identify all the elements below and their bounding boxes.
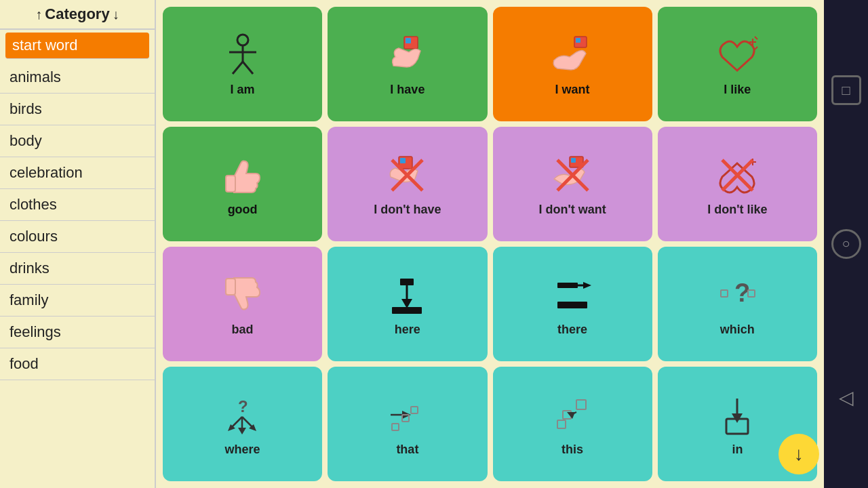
cell-here[interactable]: here bbox=[328, 247, 487, 361]
sidebar-item-animals[interactable]: animals bbox=[0, 62, 155, 94]
sidebar-item-food[interactable]: food bbox=[0, 348, 155, 380]
i-dont-like-icon bbox=[715, 151, 760, 199]
cell-i-like[interactable]: I like bbox=[658, 7, 817, 121]
i-want-icon bbox=[551, 31, 595, 79]
device-controls: □ ○ ◁ bbox=[824, 0, 868, 488]
cell-which[interactable]: ? which bbox=[658, 247, 817, 361]
sidebar-title: Category bbox=[45, 5, 109, 23]
sidebar-item-label: start word bbox=[12, 37, 78, 54]
svg-text:?: ? bbox=[238, 397, 248, 415]
svg-rect-47 bbox=[411, 407, 418, 413]
download-button[interactable]: ↓ bbox=[778, 434, 819, 474]
sidebar-item-colours[interactable]: colours bbox=[0, 221, 155, 253]
svg-rect-54 bbox=[557, 420, 566, 428]
svg-rect-8 bbox=[576, 38, 580, 43]
cell-which-label: which bbox=[720, 323, 755, 337]
grid-row-2: good I don't have bbox=[163, 127, 817, 241]
i-have-icon bbox=[385, 31, 429, 79]
svg-line-4 bbox=[243, 62, 253, 74]
cell-in-label: in bbox=[732, 443, 743, 457]
cell-where-label: where bbox=[225, 443, 260, 457]
cell-this-label: this bbox=[561, 443, 583, 457]
svg-rect-36 bbox=[721, 290, 728, 297]
sidebar-item-clothes[interactable]: clothes bbox=[0, 189, 155, 221]
cell-i-want-label: I want bbox=[555, 83, 590, 97]
svg-marker-29 bbox=[401, 299, 412, 308]
grid-row-1: I am I have bbox=[163, 7, 817, 121]
cell-i-am-label: I am bbox=[231, 83, 255, 97]
bad-icon bbox=[220, 271, 264, 319]
svg-rect-49 bbox=[392, 424, 399, 430]
cell-i-am[interactable]: I am bbox=[163, 7, 322, 121]
svg-rect-15 bbox=[400, 158, 406, 163]
sidebar-item-label: drinks bbox=[9, 260, 50, 277]
back-button[interactable]: ◁ bbox=[831, 383, 861, 413]
sidebar-item-celebration[interactable]: celebration bbox=[0, 157, 155, 189]
sidebar: ↑ Category ↓ start word animals birds bo… bbox=[0, 0, 156, 488]
word-grid: I am I have bbox=[156, 0, 824, 488]
in-icon bbox=[715, 391, 760, 439]
download-icon: ↓ bbox=[794, 443, 804, 465]
svg-rect-27 bbox=[400, 279, 414, 285]
cell-there[interactable]: there bbox=[493, 247, 652, 361]
sidebar-item-label: animals bbox=[9, 68, 61, 85]
i-like-icon bbox=[715, 31, 760, 79]
cell-where[interactable]: ? where bbox=[163, 367, 322, 481]
sidebar-item-label: body bbox=[9, 132, 42, 149]
svg-rect-19 bbox=[571, 158, 576, 163]
sidebar-item-family[interactable]: family bbox=[0, 285, 155, 317]
sidebar-item-label: family bbox=[9, 291, 48, 308]
cell-bad-label: bad bbox=[232, 323, 254, 337]
cell-there-label: there bbox=[557, 323, 587, 337]
cell-i-have[interactable]: I have bbox=[328, 7, 487, 121]
cell-i-want[interactable]: I want bbox=[493, 7, 652, 121]
sidebar-item-start-word[interactable]: start word bbox=[5, 33, 149, 59]
sidebar-item-label: clothes bbox=[9, 196, 57, 213]
circle-button[interactable]: ○ bbox=[831, 229, 861, 259]
cell-bad[interactable]: bad bbox=[163, 247, 322, 361]
sidebar-item-label: feelings bbox=[9, 323, 61, 340]
where-icon: ? bbox=[220, 391, 264, 439]
cell-i-dont-have[interactable]: I don't have bbox=[328, 127, 487, 241]
svg-line-3 bbox=[233, 62, 243, 74]
cell-this[interactable]: this bbox=[493, 367, 652, 481]
svg-rect-50 bbox=[576, 400, 586, 409]
svg-marker-33 bbox=[583, 282, 591, 289]
square-button[interactable]: □ bbox=[831, 75, 861, 105]
that-icon bbox=[385, 391, 429, 439]
svg-rect-31 bbox=[557, 283, 578, 288]
sidebar-item-label: food bbox=[9, 355, 39, 372]
sidebar-item-body[interactable]: body bbox=[0, 125, 155, 157]
sidebar-header: ↑ Category ↓ bbox=[0, 0, 155, 30]
cell-i-like-label: I like bbox=[724, 83, 751, 97]
cell-i-dont-want-label: I don't want bbox=[538, 203, 606, 217]
svg-marker-44 bbox=[238, 428, 246, 434]
cell-that-label: that bbox=[396, 443, 418, 457]
sidebar-item-label: celebration bbox=[9, 164, 83, 181]
cell-good[interactable]: good bbox=[163, 127, 322, 241]
there-icon bbox=[551, 271, 595, 319]
sidebar-item-birds[interactable]: birds bbox=[0, 94, 155, 125]
arrow-up-icon[interactable]: ↑ bbox=[35, 7, 42, 22]
svg-rect-6 bbox=[406, 38, 411, 43]
sidebar-item-label: birds bbox=[9, 100, 42, 117]
svg-point-0 bbox=[237, 35, 248, 45]
svg-rect-26 bbox=[226, 279, 235, 295]
which-icon: ? bbox=[715, 271, 760, 319]
cell-good-label: good bbox=[228, 203, 258, 217]
svg-rect-34 bbox=[557, 302, 587, 308]
svg-rect-13 bbox=[226, 176, 235, 192]
sidebar-item-drinks[interactable]: drinks bbox=[0, 253, 155, 285]
cell-i-dont-like[interactable]: I don't like bbox=[658, 127, 817, 241]
cell-i-dont-want[interactable]: I don't want bbox=[493, 127, 652, 241]
this-icon bbox=[551, 391, 595, 439]
cell-that[interactable]: that bbox=[328, 367, 487, 481]
here-icon bbox=[385, 271, 429, 319]
arrow-down-icon[interactable]: ↓ bbox=[113, 7, 119, 22]
good-icon bbox=[220, 151, 264, 199]
i-dont-want-icon bbox=[551, 151, 595, 199]
svg-line-11 bbox=[755, 47, 757, 49]
sidebar-item-label: colours bbox=[9, 228, 58, 245]
grid-row-4: ? where bbox=[163, 367, 817, 481]
sidebar-item-feelings[interactable]: feelings bbox=[0, 317, 155, 348]
